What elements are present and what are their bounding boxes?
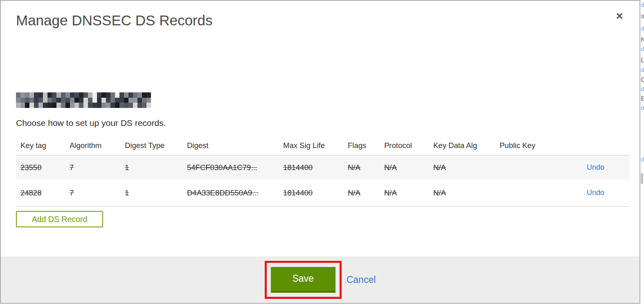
background-text-fragment: d [641, 104, 644, 112]
close-icon[interactable]: × [616, 10, 623, 22]
background-text-fragment: d [641, 66, 644, 74]
footer-actions: Save Cancel [265, 261, 376, 299]
cell-digest-type: 1 [125, 163, 187, 172]
redacted-domain-name [16, 92, 151, 108]
header-key-tag: Key tag [16, 141, 70, 150]
header-max-sig-life: Max Sig Life [283, 141, 348, 150]
instruction-text: Choose how to set up your DS records. [16, 118, 166, 128]
header-algorithm: Algorithm [70, 141, 125, 150]
cell-algorithm: 7 [70, 163, 125, 172]
header-public-key: Public Key [500, 141, 558, 150]
table-row: 24828 7 1 D4A33E8DD550A9... 1814400 N/A … [16, 179, 630, 206]
background-text-fragment: s [641, 12, 644, 20]
page-background: { "modal": { "title": "Manage DNSSEC DS … [0, 0, 644, 305]
background-text-fragment: L [641, 56, 644, 65]
scrollbar-thumb[interactable] [641, 173, 643, 184]
cell-digest-type: 1 [125, 188, 187, 197]
header-flags: Flags [348, 141, 384, 150]
cell-protocol: N/A [384, 163, 433, 172]
cell-max-sig-life: 1814400 [283, 188, 348, 197]
table-header: Key tag Algorithm Digest Type Digest Max… [16, 136, 630, 155]
header-digest: Digest [187, 141, 283, 150]
add-ds-record-button[interactable]: Add DS Record [16, 211, 103, 227]
cell-max-sig-life: 1814400 [283, 163, 348, 172]
modal-title: Manage DNSSEC DS Records [16, 12, 212, 29]
cell-flags: N/A [348, 163, 384, 172]
header-protocol: Protocol [384, 141, 433, 150]
manage-dnssec-modal: Manage DNSSEC DS Records × Choose how to… [0, 0, 640, 304]
cell-digest: 54FCF030AA1C79... [187, 163, 283, 172]
background-text-fragment: d [641, 1, 644, 9]
cancel-link[interactable]: Cancel [347, 274, 376, 285]
cell-key-data-alg: N/A [433, 188, 500, 197]
background-text-fragment: E [641, 95, 644, 103]
background-text-fragment: d [641, 45, 644, 53]
background-text-fragment: N [641, 36, 644, 44]
background-text-fragment: d [641, 25, 644, 33]
modal-footer: Save Cancel [1, 256, 639, 303]
cell-protocol: N/A [384, 188, 433, 197]
undo-link[interactable]: Undo [558, 163, 630, 172]
cell-key-data-alg: N/A [433, 163, 500, 172]
save-button-highlight-annotation: Save [265, 261, 342, 299]
cell-key-tag: 24828 [16, 188, 70, 197]
table-row: 23550 7 1 54FCF030AA1C79... 1814400 N/A … [16, 155, 630, 179]
table-body: 23550 7 1 54FCF030AA1C79... 1814400 N/A … [16, 155, 630, 206]
cell-key-tag: 23550 [16, 163, 70, 172]
background-page-strip: dsdNdLdCdEdd [640, 0, 644, 305]
cell-digest: D4A33E8DD550A9... [187, 188, 283, 197]
ds-records-table: Key tag Algorithm Digest Type Digest Max… [16, 136, 630, 206]
save-button[interactable]: Save [271, 267, 336, 293]
header-digest-type: Digest Type [125, 141, 187, 150]
cell-algorithm: 7 [70, 188, 125, 197]
background-text-fragment: d [641, 155, 644, 164]
background-text-fragment: d [641, 85, 644, 93]
undo-link[interactable]: Undo [558, 188, 630, 197]
header-key-data-alg: Key Data Alg [433, 141, 500, 150]
background-text-fragment: C [641, 76, 644, 84]
cell-flags: N/A [348, 188, 384, 197]
